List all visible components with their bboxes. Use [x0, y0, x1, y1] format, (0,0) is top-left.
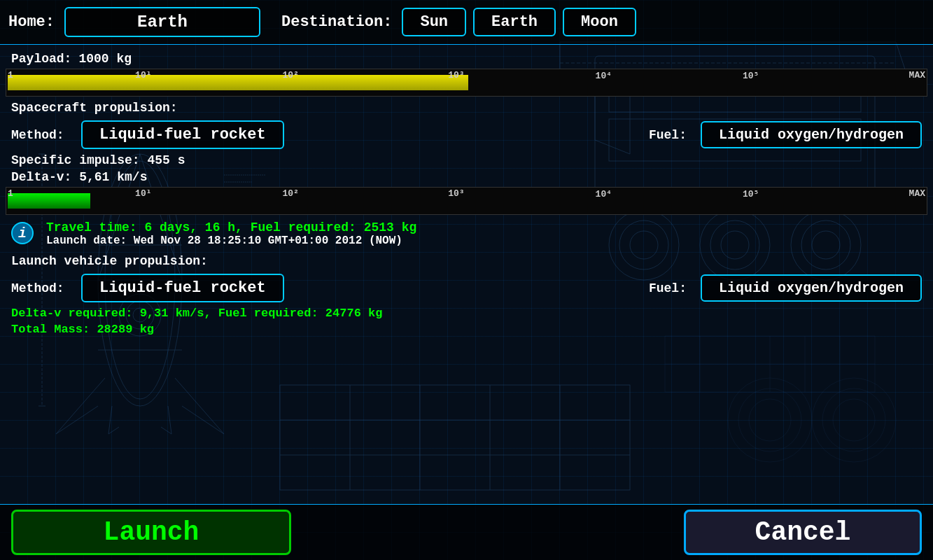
info-section: i Travel time: 6 days, 16 h, Fuel requir…: [0, 216, 933, 251]
launch-date: Launch date: Wed Nov 28 18:25:10 GMT+01:…: [11, 234, 922, 247]
dest-sun-button[interactable]: Sun: [402, 8, 466, 36]
spacecraft-fuel-label: Fuel:: [649, 128, 687, 142]
tick2-10000: 10⁴: [596, 188, 612, 200]
tick2-100: 10²: [283, 188, 299, 199]
tick-max: MAX: [909, 70, 925, 80]
payload-value: 1000 kg: [78, 52, 132, 66]
spacecraft-method-row: Method: Liquid-fuel rocket Fuel: Liquid …: [0, 118, 933, 152]
dest-moon-button[interactable]: Moon: [563, 8, 636, 36]
total-mass: Total Mass: 28289 kg: [0, 321, 933, 337]
tick2-1000: 10³: [448, 188, 464, 199]
bottom-bar: Launch Cancel: [0, 504, 933, 560]
launch-method-label: Method:: [11, 281, 74, 295]
dest-earth-button[interactable]: Earth: [473, 8, 556, 36]
deltav-ruler[interactable]: 1 10¹ 10² 10³ 10⁴ 10⁵ MAX: [6, 187, 927, 215]
delta-v-required: Delta-v required: 9,31 km/s, Fuel requir…: [0, 305, 933, 321]
header: Home: Earth Destination: Sun Earth Moon: [0, 0, 933, 45]
spacecraft-fuel-button[interactable]: Liquid oxygen/hydrogen: [701, 121, 922, 148]
tick2-max: MAX: [909, 188, 925, 199]
payload-label: Payload:: [11, 52, 71, 66]
launch-fuel-label: Fuel:: [649, 281, 687, 295]
payload-ruler[interactable]: 1 10¹ 10² 10³ 10⁴ 10⁵ MAX: [6, 69, 927, 97]
spacecraft-propulsion-title: Spacecraft propulsion:: [0, 98, 933, 118]
travel-time: Travel time: 6 days, 16 h, Fuel required…: [11, 220, 922, 234]
tick-10000: 10⁴: [596, 70, 612, 81]
launch-method-row: Method: Liquid-fuel rocket Fuel: Liquid …: [0, 271, 933, 305]
launch-method-button[interactable]: Liquid-fuel rocket: [81, 274, 284, 302]
destination-label: Destination:: [281, 13, 392, 31]
tick-100000: 10⁵: [743, 70, 759, 81]
delta-v: Delta-v: 5,61 km/s: [0, 169, 933, 186]
tick2-10: 10¹: [135, 188, 151, 199]
home-label: Home:: [8, 13, 55, 31]
launch-button[interactable]: Launch: [11, 510, 291, 555]
cancel-button[interactable]: Cancel: [684, 510, 922, 555]
launch-vehicle-title: Launch vehicle propulsion:: [0, 251, 933, 271]
launch-fuel-button[interactable]: Liquid oxygen/hydrogen: [701, 274, 922, 302]
info-icon: i: [11, 222, 34, 244]
payload-slider-fill: [8, 75, 468, 90]
specific-impulse: Specific impulse: 455 s: [0, 152, 933, 169]
tick2-100000: 10⁵: [743, 188, 759, 200]
payload-section: Payload: 1000 kg: [0, 45, 933, 69]
home-button[interactable]: Earth: [64, 7, 260, 37]
deltav-slider-fill: [8, 193, 90, 209]
spacecraft-method-button[interactable]: Liquid-fuel rocket: [81, 120, 284, 149]
spacecraft-method-label: Method:: [11, 128, 74, 142]
